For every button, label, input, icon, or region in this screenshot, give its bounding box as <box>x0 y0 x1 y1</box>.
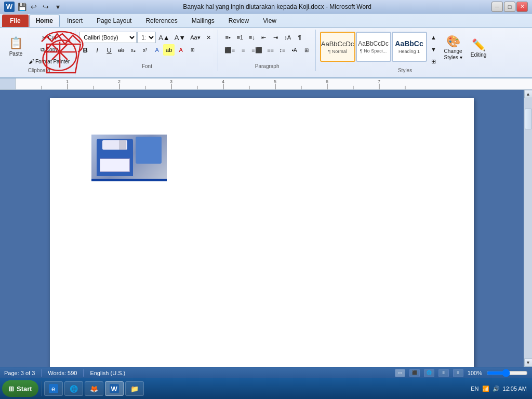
language-indicator: English (U.S.) <box>90 370 125 376</box>
align-center-button[interactable]: ≡ <box>237 44 249 56</box>
tab-references[interactable]: References <box>139 15 184 27</box>
minimize-button[interactable]: ─ <box>491 2 503 12</box>
highlight-button[interactable]: ab <box>163 44 175 56</box>
taskbar-sep-1 <box>41 381 42 396</box>
scroll-thumb[interactable] <box>525 109 532 129</box>
bold-button[interactable]: B <box>79 44 91 56</box>
clipboard-secondary: ✂ Cut ⧉ Copy 🖌 Format Painter <box>26 32 72 67</box>
sort-button[interactable]: ↕A <box>282 32 294 43</box>
paste-button[interactable]: 📋 Paste <box>6 32 25 61</box>
underline-button[interactable]: U <box>103 44 115 56</box>
align-left-button[interactable]: ⬛≡ <box>222 44 237 56</box>
tab-file[interactable]: File <box>2 15 29 27</box>
floppy-disk-2 <box>136 137 162 164</box>
tab-review[interactable]: Review <box>222 15 256 27</box>
chrome-icon: 🌐 <box>69 384 78 393</box>
font-color-button[interactable]: A <box>175 44 187 56</box>
multilevel-button[interactable]: ≡↓ <box>246 32 258 43</box>
quick-access-dropdown[interactable]: ▾ <box>52 2 63 11</box>
taskbar-firefox-btn[interactable]: 🦊 <box>85 381 103 396</box>
svg-text:1: 1 <box>66 79 69 84</box>
document-scroll-area[interactable]: Start Task Manager <box>0 90 524 367</box>
border-button[interactable]: ⊞ <box>301 44 312 56</box>
superscript-button[interactable]: x² <box>139 44 151 56</box>
zoom-level: 100% <box>468 370 482 376</box>
bullets-button[interactable]: ≡• <box>222 32 234 43</box>
scroll-up-button[interactable]: ▲ <box>524 90 533 98</box>
copy-button[interactable]: ⧉ Copy <box>26 44 72 55</box>
editing-icon: ✏️ <box>472 38 486 52</box>
font-name-select[interactable]: Calibri (Body) <box>79 32 137 43</box>
strikethrough-button[interactable]: ab <box>115 44 127 56</box>
format-painter-icon: 🖌 <box>29 58 34 64</box>
italic-button[interactable]: I <box>91 44 103 56</box>
grow-font-button[interactable]: A▲ <box>156 32 172 43</box>
taskbar-ie-btn[interactable]: e <box>44 381 63 396</box>
styles-more[interactable]: ⊞ <box>428 56 440 67</box>
taskbar-word-btn[interactable]: W <box>105 381 124 396</box>
draft-view-btn[interactable]: ≡ <box>453 369 463 377</box>
styles-gallery: AaBbCcDc ¶ Normal AaBbCcDc ¶ No Spaci...… <box>320 32 427 62</box>
tray-language: EN <box>471 385 478 392</box>
web-layout-view-btn[interactable]: 🌐 <box>424 369 434 377</box>
show-marks-button[interactable]: ¶ <box>294 32 305 43</box>
ribbon: File Home Insert Page Layout References … <box>0 14 532 78</box>
tab-view[interactable]: View <box>256 15 283 27</box>
justify-button[interactable]: ≡≡ <box>265 44 276 56</box>
zoom-slider[interactable] <box>486 369 528 377</box>
start-button[interactable]: ⊞ Start <box>2 380 38 397</box>
styles-scroll-up[interactable]: ▲ <box>428 32 440 43</box>
taskbar-explorer-btn[interactable]: 📁 <box>125 381 144 396</box>
document-page[interactable]: Start Task Manager <box>50 98 474 367</box>
tab-page-layout[interactable]: Page Layout <box>90 15 138 27</box>
style-nospace-preview: AaBbCcDc <box>358 40 389 47</box>
full-screen-view-btn[interactable]: ⬛ <box>409 369 420 377</box>
shrink-font-button[interactable]: A▼ <box>172 32 188 43</box>
decrease-indent-button[interactable]: ⇤ <box>258 32 270 43</box>
line-spacing-button[interactable]: ↕≡ <box>277 44 288 56</box>
font-row1: Calibri (Body) 11 A▲ A▼ Aa▾ ✕ <box>79 32 215 43</box>
change-styles-button[interactable]: 🎨 ChangeStyles ▾ <box>441 32 466 64</box>
print-layout-view-btn[interactable]: ▭ <box>395 369 405 377</box>
font-group-content: Calibri (Body) 11 A▲ A▼ Aa▾ ✕ B I U <box>79 32 215 56</box>
change-case-button[interactable]: Aa▾ <box>188 32 202 43</box>
clear-format-button[interactable]: ✕ <box>203 32 215 43</box>
font-dialog-button[interactable]: ⊞ <box>187 44 198 56</box>
taskbar-chrome-btn[interactable]: 🌐 <box>64 381 83 396</box>
increase-indent-button[interactable]: ⇥ <box>270 32 282 43</box>
tab-home[interactable]: Home <box>29 15 60 27</box>
style-nospace[interactable]: AaBbCcDc ¶ No Spaci... <box>356 32 391 62</box>
cut-label: Cut <box>48 35 56 41</box>
font-size-select[interactable]: 11 <box>137 32 156 43</box>
save-button[interactable]: 💾 <box>17 2 27 11</box>
tab-insert[interactable]: Insert <box>60 15 89 27</box>
styles-scroll-down[interactable]: ▼ <box>428 44 440 55</box>
word-logo: W <box>4 2 15 12</box>
scroll-down-button[interactable]: ▼ <box>524 358 533 367</box>
format-painter-button[interactable]: 🖌 Format Painter <box>26 56 72 67</box>
style-normal[interactable]: AaBbCcDc ¶ Normal <box>320 32 355 62</box>
text-effects-button[interactable]: A <box>151 44 163 56</box>
font-group-label: Font <box>76 63 218 69</box>
quick-access-toolbar: 💾 ↩ ↪ ▾ <box>17 2 63 11</box>
cut-button[interactable]: ✂ Cut <box>26 32 72 43</box>
maximize-button[interactable]: □ <box>504 2 515 12</box>
page-info: Page: 3 of 3 <box>4 370 35 376</box>
undo-button[interactable]: ↩ <box>29 2 39 11</box>
editing-button[interactable]: ✏️ Editing <box>467 32 490 64</box>
redo-button[interactable]: ↪ <box>41 2 51 11</box>
styles-group: AaBbCcDc ¶ Normal AaBbCcDc ¶ No Spaci...… <box>317 30 494 75</box>
paragraph-group: ≡• ≡1 ≡↓ ⇤ ⇥ ↕A ¶ ⬛≡ ≡ ≡⬛ ≡≡ ↕≡ ▪A <box>219 30 316 71</box>
subscript-button[interactable]: x₂ <box>127 44 139 56</box>
svg-text:6: 6 <box>326 79 328 84</box>
close-button[interactable]: ✕ <box>516 2 528 12</box>
align-right-button[interactable]: ≡⬛ <box>249 44 264 56</box>
numbering-button[interactable]: ≡1 <box>234 32 246 43</box>
tab-mailings[interactable]: Mailings <box>185 15 221 27</box>
ie-icon: e <box>49 384 58 393</box>
status-sep-2 <box>83 369 84 377</box>
shading-button[interactable]: ▪A <box>289 44 300 56</box>
outline-view-btn[interactable]: ≡ <box>438 369 449 377</box>
scroll-track[interactable] <box>524 98 533 358</box>
style-heading1[interactable]: AaBbCc Heading 1 <box>392 32 427 62</box>
